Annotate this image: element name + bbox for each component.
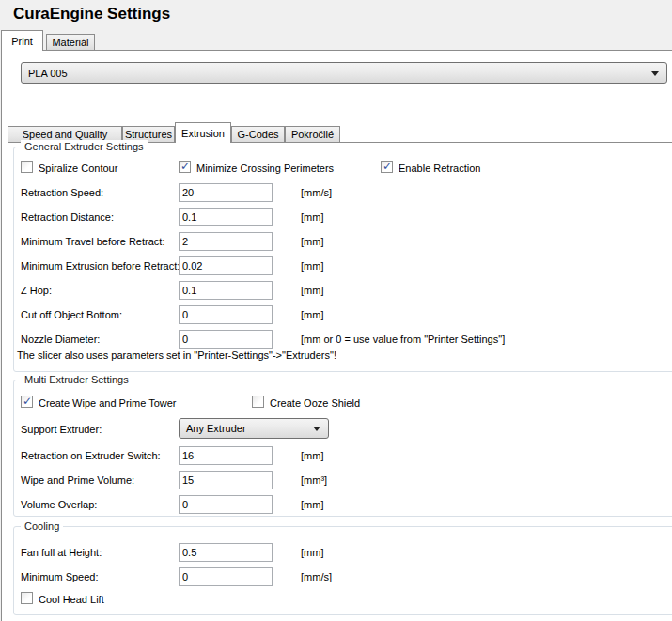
curaengine-settings-window: CuraEngine Settings Print Materiál PLA 0… (0, 0, 672, 621)
retraction-on-extruder-switch-unit: [mm] (301, 449, 323, 462)
spiralize-contour-checkbox[interactable] (21, 161, 33, 173)
support-extruder-dropdown[interactable]: Any Extruder (179, 418, 329, 439)
enable-retraction-checkbox[interactable] (381, 161, 393, 173)
dropdown-arrow-icon (313, 427, 320, 431)
nozzle-diameter-label: Nozzle Diameter: (21, 333, 100, 346)
spiralize-contour-label[interactable]: Spiralize Contour (39, 162, 117, 175)
min-travel-before-retract-input[interactable] (179, 232, 273, 251)
nozzle-diameter-input[interactable] (179, 330, 273, 349)
cool-head-lift-label[interactable]: Cool Head Lift (39, 593, 104, 606)
min-travel-before-retract-label: Minimum Travel before Retract: (21, 235, 164, 248)
minimize-crossing-perimeters-checkbox[interactable] (179, 161, 191, 173)
printer-settings-note: The slicer also uses parameters set in "… (17, 349, 336, 362)
create-ooze-shield-label[interactable]: Create Ooze Shield (270, 396, 360, 410)
min-extrusion-before-retract-unit: [mm] (301, 259, 323, 272)
cut-off-object-bottom-label: Cut off Object Bottom: (21, 308, 122, 321)
tab-print[interactable]: Print (1, 30, 43, 51)
fan-full-at-height-input[interactable] (179, 543, 273, 562)
support-extruder-label: Support Extruder: (21, 423, 102, 436)
window-title: CuraEngine Settings (13, 5, 170, 23)
minimum-speed-unit: [mm/s] (301, 570, 332, 583)
min-extrusion-before-retract-label: Minimum Extrusion before Retract: (21, 259, 180, 272)
retraction-on-extruder-switch-label: Retraction on Extruder Switch: (21, 449, 161, 462)
support-extruder-dropdown-value: Any Extruder (186, 423, 246, 434)
tab-material[interactable]: Materiál (46, 34, 95, 50)
dropdown-arrow-icon (651, 71, 659, 76)
wipe-and-prime-volume-unit: [mm³] (301, 474, 327, 487)
multi-extruder-settings-title: Multi Extruder Settings (21, 373, 133, 386)
volume-overlap-input[interactable] (179, 495, 273, 514)
retraction-distance-input[interactable] (179, 208, 273, 226)
enable-retraction-label[interactable]: Enable Retraction (399, 162, 480, 175)
subtab-g-codes[interactable]: G-Codes (231, 126, 285, 142)
fan-full-at-height-label: Fan full at Height: (21, 546, 102, 559)
cooling-title: Cooling (21, 520, 63, 533)
minimize-crossing-perimeters-label[interactable]: Minimize Crossing Perimeters (196, 162, 334, 175)
create-ooze-shield-checkbox[interactable] (252, 396, 264, 408)
retraction-speed-label: Retraction Speed: (21, 186, 103, 199)
wipe-and-prime-volume-label: Wipe and Prime Volume: (21, 474, 134, 487)
nozzle-diameter-unit: [mm or 0 = use value from "Printer Setti… (301, 333, 505, 346)
minimum-speed-input[interactable] (179, 567, 273, 586)
retraction-distance-unit: [mm] (301, 210, 323, 224)
cooling-group (13, 526, 672, 615)
retraction-distance-label: Retraction Distance: (21, 210, 114, 224)
profile-dropdown-value: PLA 005 (28, 68, 68, 79)
subtab-pokrocile[interactable]: Pokročilé (285, 126, 340, 142)
volume-overlap-unit: [mm] (301, 498, 323, 511)
retraction-on-extruder-switch-input[interactable] (179, 446, 273, 465)
retraction-speed-input[interactable] (179, 183, 273, 202)
minimum-speed-label: Minimum Speed: (21, 570, 99, 583)
cool-head-lift-checkbox[interactable] (21, 592, 33, 604)
min-travel-before-retract-unit: [mm] (301, 235, 323, 248)
create-wipe-prime-tower-checkbox[interactable] (21, 396, 33, 408)
z-hop-unit: [mm] (301, 284, 323, 297)
min-extrusion-before-retract-input[interactable] (179, 256, 273, 275)
cut-off-object-bottom-unit: [mm] (301, 308, 323, 321)
subtab-extrusion[interactable]: Extrusion (175, 122, 231, 143)
retraction-speed-unit: [mm/s] (301, 186, 332, 199)
wipe-and-prime-volume-input[interactable] (179, 471, 273, 489)
z-hop-label: Z Hop: (21, 284, 52, 297)
create-wipe-prime-tower-label[interactable]: Create Wipe and Prime Tower (39, 396, 177, 410)
general-extruder-settings-title: General Extruder Settings (21, 140, 148, 153)
volume-overlap-label: Volume Overlap: (21, 498, 97, 511)
z-hop-input[interactable] (179, 281, 273, 300)
cut-off-object-bottom-input[interactable] (179, 305, 273, 324)
fan-full-at-height-unit: [mm] (301, 546, 323, 559)
profile-dropdown[interactable]: PLA 005 (21, 62, 667, 84)
